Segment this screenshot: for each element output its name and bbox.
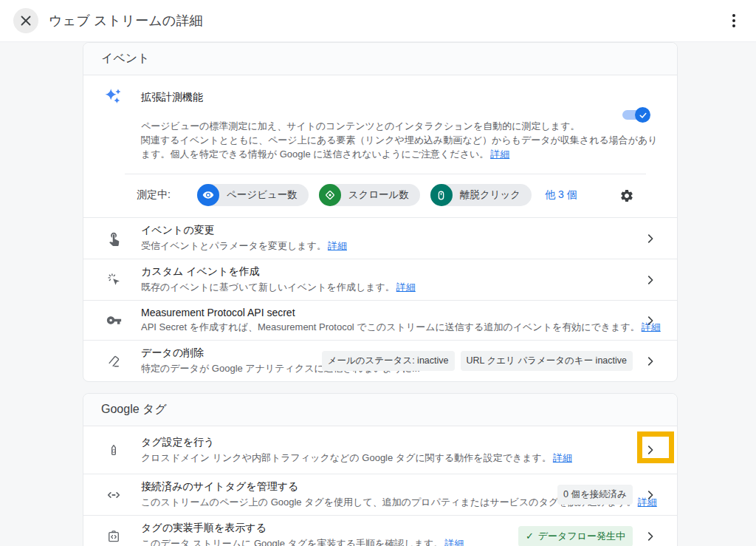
detail-link[interactable]: 詳細 <box>396 281 416 293</box>
check-icon: ✓ <box>526 530 534 542</box>
page-title: ウェブ ストリームの詳細 <box>49 12 722 30</box>
events-section-header: イベント <box>83 43 677 75</box>
gear-icon[interactable] <box>619 188 634 203</box>
app-bar: ウェブ ストリームの詳細 <box>0 0 756 42</box>
row-measurement-protocol[interactable]: Measurement Protocol API secret API Secr… <box>83 300 677 340</box>
row-data-deletion[interactable]: データの削除 特定のデータが Google アナリティクスに送信されないように.… <box>83 340 677 381</box>
enhanced-measurement-toggle[interactable] <box>621 107 650 122</box>
eraser-icon <box>104 354 123 369</box>
chip-scrolls: スクロール数 <box>319 184 420 206</box>
connected-count-badge: 0 個を接続済み <box>557 485 633 505</box>
enhanced-measurement-description: ページビューの標準測定に加え、サイトのコンテンツとのインタラクションを自動的に測… <box>141 119 667 161</box>
more-chips-link[interactable]: 他 3 個 <box>545 188 577 202</box>
status-badge-url-query: URL クエリ パラメータのキー inactive <box>461 351 633 371</box>
google-tag-icon: G <box>104 443 123 457</box>
chevron-right-icon <box>642 232 659 245</box>
enhanced-measurement-title: 拡張計測機能 <box>141 87 203 104</box>
sparkle-icon <box>104 87 123 109</box>
close-icon <box>20 15 32 27</box>
scroll-icon <box>319 184 341 206</box>
chevron-right-icon <box>642 273 659 287</box>
mouse-icon <box>430 184 453 206</box>
dataflow-status-badge: ✓ データフロー発生中 <box>518 526 633 546</box>
eye-icon <box>197 184 219 206</box>
key-icon <box>104 313 123 328</box>
enhanced-measurement-block: 拡張計測機能 ページビューの標準測定に加え、サイトのコンテンツとのインタラクショ… <box>83 75 677 217</box>
measuring-row: 測定中: ページビュー数 スクロール数 離脱クリック 他 3 個 <box>125 174 646 217</box>
kebab-icon <box>732 14 735 17</box>
chevron-right-icon <box>642 355 659 368</box>
row-create-custom-events[interactable]: カスタム イベントを作成 既存のイベントに基づいて新しいイベントを作成します。詳… <box>83 259 677 300</box>
status-badge-email: メールのステータス: inactive <box>322 351 455 371</box>
row-manage-connected-site-tags[interactable]: 接続済みのサイトタグを管理する このストリームのページ上の Google タグを… <box>83 474 677 515</box>
row-view-tag-instructions[interactable]: タグの実装手順を表示する このデータ ストリームに Google タグを実装する… <box>83 515 677 546</box>
detail-link[interactable]: 詳細 <box>553 452 572 463</box>
events-card: イベント 拡張計測機能 ページビューの標準測定に加え、サイトのコンテンツとのイン… <box>83 42 678 382</box>
code-icon <box>104 487 123 503</box>
detail-link[interactable]: 詳細 <box>490 149 509 160</box>
detail-link[interactable]: 詳細 <box>444 538 464 546</box>
row-configure-tag-settings[interactable]: G タグ設定を行う クロスドメイン リンクや内部トラフィックなどの Google… <box>83 426 677 474</box>
chevron-right-icon <box>642 314 659 327</box>
chevron-right-icon <box>642 488 659 502</box>
cursor-sparkle-icon <box>104 272 123 287</box>
close-button[interactable] <box>13 8 38 33</box>
chip-pageviews: ページビュー数 <box>197 184 309 206</box>
detail-link[interactable]: 詳細 <box>328 240 347 251</box>
svg-text:G: G <box>111 448 115 454</box>
touch-icon <box>104 231 123 246</box>
google-tag-card: Google タグ G タグ設定を行う クロスドメイン リンクや内部トラフィック… <box>83 393 678 546</box>
toggle-thumb-check-icon <box>635 107 650 123</box>
chevron-right-icon <box>642 530 659 543</box>
google-tag-section-header: Google タグ <box>83 394 677 426</box>
overflow-menu-button[interactable] <box>722 8 746 33</box>
row-modify-events[interactable]: イベントの変更 受信イベントとパラメータを変更します。詳細 <box>83 217 677 259</box>
chevron-right-icon <box>642 443 659 457</box>
measuring-label: 測定中: <box>137 188 171 202</box>
chip-outbound-clicks: 離脱クリック <box>430 184 532 206</box>
install-tag-icon <box>104 529 123 544</box>
